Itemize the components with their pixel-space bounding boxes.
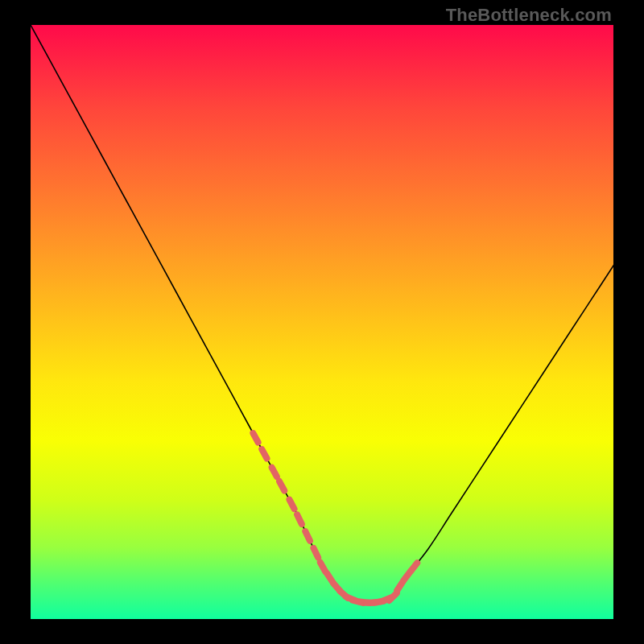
plot-area [30, 24, 614, 620]
marker-dash [279, 481, 284, 490]
marker-dash [297, 514, 302, 524]
marker-dash [262, 449, 266, 458]
curve-path-group [31, 25, 614, 603]
chart-frame: TheBottleneck.com [0, 0, 644, 644]
curve-path [31, 25, 614, 603]
marker-dash [272, 468, 277, 477]
marker-dash [320, 563, 325, 572]
marker-dash [289, 500, 294, 510]
marker-dash [253, 433, 258, 442]
marker-dash [305, 531, 310, 541]
watermark-text: TheBottleneck.com [446, 5, 612, 26]
curve-layer [31, 25, 614, 620]
marker-dash [313, 548, 318, 558]
marker-dash [411, 563, 417, 571]
curve-markers [253, 433, 417, 603]
marker-dash [389, 593, 396, 601]
marker-dash [397, 582, 402, 591]
